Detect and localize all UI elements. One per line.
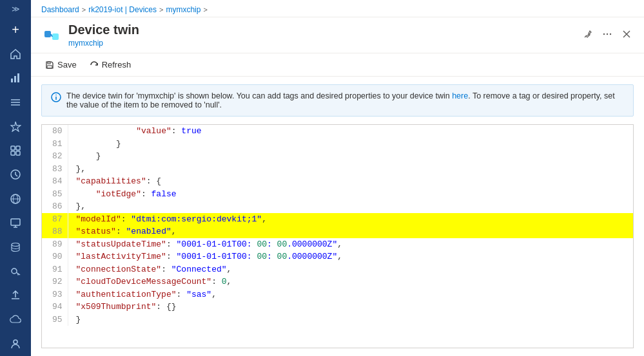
sidebar-expand-btn[interactable]: ≫ <box>0 0 31 17</box>
svg-rect-7 <box>16 146 20 150</box>
sidebar: ≫ + <box>0 0 31 356</box>
line-number: 82 <box>42 150 68 163</box>
line-content[interactable]: } <box>68 314 633 326</box>
sidebar-database-icon[interactable] <box>0 235 31 259</box>
svg-point-27 <box>610 33 611 35</box>
svg-rect-14 <box>11 219 20 225</box>
breadcrumb-sep-2: > <box>159 6 163 14</box>
line-number: 81 <box>42 138 68 151</box>
breadcrumb-device[interactable]: mymxchip <box>166 5 200 14</box>
sidebar-person-icon[interactable] <box>0 332 31 356</box>
svg-rect-0 <box>11 79 13 82</box>
toolbar: Save Refresh <box>31 53 644 77</box>
line-content[interactable]: }, <box>68 200 633 213</box>
line-content[interactable]: "capabilities": { <box>68 175 633 188</box>
table-row: 93"authenticationType": "sas", <box>42 288 633 301</box>
line-content[interactable]: } <box>68 138 633 151</box>
line-number: 92 <box>42 276 68 288</box>
info-text: The device twin for 'mymxchip' is shown … <box>66 91 624 109</box>
close-button[interactable] <box>620 27 634 43</box>
line-number: 83 <box>42 163 68 176</box>
line-number: 80 <box>42 125 68 138</box>
sidebar-add-btn[interactable]: + <box>0 17 31 42</box>
sidebar-dashboard-icon[interactable] <box>0 138 31 163</box>
svg-point-20 <box>14 340 17 344</box>
table-row: 90"lastActivityTime": "0001-01-01T00: 00… <box>42 250 633 263</box>
table-row: 92"cloudToDeviceMessageCount": 0, <box>42 276 633 288</box>
line-content[interactable]: }, <box>68 163 633 176</box>
line-number: 87 <box>42 213 68 226</box>
line-content[interactable]: "x509Thumbprint": {} <box>68 301 633 314</box>
header-left: Device twin mymxchip <box>41 23 139 48</box>
sidebar-clock-icon[interactable] <box>0 163 31 187</box>
more-button[interactable] <box>600 27 614 43</box>
table-row: 82 } <box>42 150 633 163</box>
header: Device twin mymxchip <box>31 17 644 53</box>
save-button[interactable]: Save <box>41 57 81 72</box>
line-content[interactable]: "lastActivityTime": "0001-01-01T00: 00: … <box>68 250 633 263</box>
line-number: 93 <box>42 288 68 301</box>
breadcrumb-devices[interactable]: rk2019-iot | Devices <box>88 5 157 14</box>
line-content[interactable]: "authenticationType": "sas", <box>68 288 633 301</box>
pin-button[interactable] <box>581 27 595 43</box>
line-number: 86 <box>42 200 68 213</box>
info-link[interactable]: here <box>452 91 468 100</box>
line-content[interactable]: } <box>68 150 633 163</box>
line-content[interactable]: "modelId": "dtmi:com:sergio:devkit;1", <box>68 213 633 226</box>
save-label: Save <box>57 60 77 70</box>
breadcrumb-sep-1: > <box>82 6 86 14</box>
line-number: 84 <box>42 175 68 188</box>
line-number: 91 <box>42 263 68 276</box>
sidebar-home-icon[interactable] <box>0 42 31 66</box>
header-actions <box>581 27 634 43</box>
sidebar-analytics-icon[interactable] <box>0 66 31 90</box>
breadcrumb-dashboard[interactable]: Dashboard <box>41 5 79 14</box>
code-content[interactable]: 80 "value": true81 }82 }83},84"capabilit… <box>42 125 633 348</box>
line-content[interactable]: "status": "enabled", <box>68 225 633 238</box>
svg-rect-22 <box>52 33 59 40</box>
svg-rect-6 <box>11 146 15 150</box>
line-content[interactable]: "iotEdge": false <box>68 188 633 201</box>
table-row: 80 "value": true <box>42 125 633 138</box>
refresh-button[interactable]: Refresh <box>86 57 135 72</box>
device-name-subtitle[interactable]: mymxchip <box>68 39 139 48</box>
line-number: 88 <box>42 225 68 238</box>
info-icon <box>51 92 61 104</box>
line-content[interactable]: "statusUpdateTime": "0001-01-01T00: 00: … <box>68 238 633 251</box>
sidebar-cloud-icon[interactable] <box>0 308 31 332</box>
svg-point-25 <box>603 33 605 35</box>
line-content[interactable]: "connectionState": "Connected", <box>68 263 633 276</box>
svg-line-24 <box>585 36 586 37</box>
svg-rect-8 <box>11 151 15 155</box>
line-number: 95 <box>42 314 68 326</box>
line-number: 94 <box>42 301 68 314</box>
svg-point-17 <box>12 243 19 247</box>
svg-rect-21 <box>44 31 51 37</box>
table-row: 91"connectionState": "Connected", <box>42 263 633 276</box>
table-row: 85 "iotEdge": false <box>42 188 633 201</box>
sidebar-favorites-icon[interactable] <box>0 115 31 139</box>
page-title: Device twin <box>68 23 139 37</box>
refresh-label: Refresh <box>102 60 132 70</box>
sidebar-globe-icon[interactable] <box>0 187 31 211</box>
table-row: 84"capabilities": { <box>42 175 633 188</box>
sidebar-menu-icon[interactable] <box>0 90 31 115</box>
svg-point-26 <box>607 33 608 35</box>
table-row: 83}, <box>42 163 633 176</box>
table-row: 86}, <box>42 200 633 213</box>
svg-line-23 <box>51 34 52 37</box>
device-twin-icon <box>41 25 62 46</box>
main-panel: Dashboard > rk2019-iot | Devices > mymxc… <box>31 0 644 356</box>
line-content[interactable]: "value": true <box>68 125 633 138</box>
code-editor: 80 "value": true81 }82 }83},84"capabilit… <box>41 124 634 348</box>
line-number: 85 <box>42 188 68 201</box>
breadcrumb: Dashboard > rk2019-iot | Devices > mymxc… <box>31 0 644 17</box>
line-content[interactable]: "cloudToDeviceMessageCount": 0, <box>68 276 633 288</box>
sidebar-monitor-icon[interactable] <box>0 211 31 236</box>
svg-rect-2 <box>17 73 19 82</box>
code-table: 80 "value": true81 }82 }83},84"capabilit… <box>42 125 633 326</box>
sidebar-key-icon[interactable] <box>0 259 31 284</box>
sidebar-upload-icon[interactable] <box>0 283 31 308</box>
header-title-block: Device twin mymxchip <box>68 23 139 48</box>
table-row: 89"statusUpdateTime": "0001-01-01T00: 00… <box>42 238 633 251</box>
